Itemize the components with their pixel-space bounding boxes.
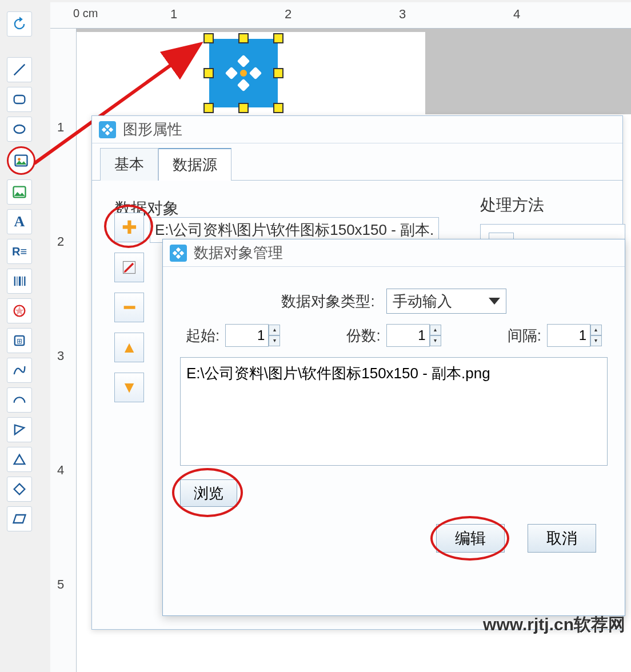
diamond-tool[interactable] bbox=[7, 477, 32, 502]
svg-rect-12 bbox=[14, 277, 15, 286]
app-icon bbox=[99, 121, 116, 138]
svg-rect-16 bbox=[24, 277, 25, 286]
spin-up[interactable]: ▴ bbox=[269, 325, 280, 335]
svg-rect-21 bbox=[102, 127, 106, 131]
resize-handle[interactable] bbox=[203, 103, 214, 113]
dialog-title: 图形属性 bbox=[123, 119, 182, 139]
rich-text-tool[interactable]: R≡ bbox=[7, 239, 32, 264]
resize-handle[interactable] bbox=[273, 33, 283, 43]
arc-tool[interactable] bbox=[7, 387, 32, 413]
spin-up[interactable]: ▴ bbox=[590, 325, 602, 335]
add-object-button[interactable]: ✚ bbox=[114, 213, 144, 242]
type-label: 数据对象类型: bbox=[281, 291, 374, 311]
svg-line-6 bbox=[14, 65, 25, 75]
watermark: www.rjtj.cn软荐网 bbox=[483, 613, 625, 637]
edit-button[interactable]: 编辑 bbox=[436, 524, 505, 553]
svg-rect-28 bbox=[176, 254, 181, 258]
ruler-horizontal: 0 cm 1 2 3 4 bbox=[50, 2, 631, 29]
text-tool[interactable]: A bbox=[7, 209, 32, 234]
svg-rect-25 bbox=[176, 247, 181, 252]
barcode-tool[interactable] bbox=[7, 269, 32, 294]
refresh-tool[interactable] bbox=[7, 11, 32, 37]
interval-label: 间隔: bbox=[508, 326, 541, 346]
ruler-vertical: 1 2 3 4 5 bbox=[50, 29, 77, 672]
move-up-button[interactable]: ▲ bbox=[114, 333, 144, 362]
remove-object-button[interactable]: ━ bbox=[114, 293, 144, 322]
tab-basic[interactable]: 基本 bbox=[100, 148, 158, 181]
ruler-unit: 0 cm bbox=[73, 7, 98, 20]
svg-rect-15 bbox=[22, 277, 23, 286]
start-input[interactable]: ▴▾ bbox=[225, 324, 280, 347]
resize-handle[interactable] bbox=[238, 103, 249, 113]
image-tool[interactable] bbox=[7, 146, 35, 175]
svg-rect-7 bbox=[14, 95, 25, 103]
cancel-button[interactable]: 取消 bbox=[528, 524, 596, 553]
spin-down[interactable]: ▾ bbox=[590, 335, 602, 346]
type-select[interactable]: 手动输入 bbox=[386, 289, 506, 314]
curve-tool[interactable] bbox=[7, 358, 32, 383]
svg-rect-20 bbox=[105, 124, 110, 129]
svg-rect-1 bbox=[225, 67, 238, 80]
svg-point-8 bbox=[14, 125, 25, 133]
svg-rect-3 bbox=[237, 79, 250, 92]
triangle-tool[interactable] bbox=[7, 447, 32, 472]
browse-button[interactable]: 浏览 bbox=[180, 479, 237, 507]
spin-down[interactable]: ▾ bbox=[430, 335, 441, 346]
copies-input[interactable]: ▴▾ bbox=[386, 324, 441, 347]
start-label: 起始: bbox=[186, 326, 219, 346]
svg-text:⊞: ⊞ bbox=[17, 337, 22, 345]
svg-rect-26 bbox=[173, 250, 177, 255]
tabs: 基本 数据源 bbox=[100, 148, 622, 181]
selected-image-object[interactable] bbox=[209, 39, 278, 107]
ellipse-tool[interactable] bbox=[7, 117, 32, 142]
content-textarea[interactable] bbox=[180, 357, 608, 466]
svg-rect-2 bbox=[249, 67, 262, 80]
parallelogram-tool[interactable] bbox=[7, 506, 32, 531]
move-down-button[interactable]: ▼ bbox=[114, 373, 144, 402]
svg-rect-14 bbox=[19, 277, 21, 286]
svg-rect-22 bbox=[109, 127, 113, 131]
copies-label: 份数: bbox=[346, 326, 380, 346]
svg-point-4 bbox=[240, 70, 247, 77]
tab-datasource[interactable]: 数据源 bbox=[158, 148, 231, 181]
resize-handle[interactable] bbox=[203, 68, 214, 78]
chevron-down-icon bbox=[489, 298, 500, 305]
svg-rect-27 bbox=[179, 250, 184, 255]
dialog2-titlebar[interactable]: 数据对象管理 bbox=[163, 239, 625, 267]
dialog-titlebar[interactable]: 图形属性 bbox=[92, 116, 622, 143]
app-icon bbox=[170, 245, 187, 262]
resize-handle[interactable] bbox=[273, 103, 283, 113]
shape-tool-a[interactable] bbox=[7, 298, 32, 323]
processing-label: 处理方法 bbox=[480, 194, 625, 216]
interval-input[interactable]: ▴▾ bbox=[547, 324, 602, 347]
svg-rect-23 bbox=[105, 130, 110, 135]
image-icon bbox=[209, 39, 278, 107]
resize-handle[interactable] bbox=[238, 33, 249, 43]
svg-point-10 bbox=[18, 158, 21, 161]
data-object-manager-dialog: 数据对象管理 数据对象类型: 手动输入 起始: ▴▾ 份数: ▴▾ 间隔: ▴▾ bbox=[162, 239, 625, 616]
data-object-buttons: ✚ ━ ▲ ▼ bbox=[114, 213, 146, 402]
edit-object-button[interactable] bbox=[114, 253, 144, 282]
resize-handle[interactable] bbox=[273, 68, 283, 78]
tools-toolbar: A R≡ ⊞ bbox=[7, 11, 33, 531]
dialog2-title: 数据对象管理 bbox=[194, 243, 283, 263]
svg-rect-13 bbox=[17, 277, 17, 286]
svg-rect-0 bbox=[237, 55, 250, 68]
shape-tool-b[interactable]: ⊞ bbox=[7, 328, 32, 353]
type-value: 手动输入 bbox=[393, 291, 452, 311]
resize-handle[interactable] bbox=[203, 33, 214, 43]
spin-down[interactable]: ▾ bbox=[269, 335, 280, 346]
polygon-tool[interactable] bbox=[7, 417, 32, 442]
line-tool[interactable] bbox=[7, 57, 32, 82]
spin-up[interactable]: ▴ bbox=[430, 325, 441, 335]
image-link-tool[interactable] bbox=[7, 179, 32, 205]
rounded-rect-tool[interactable] bbox=[7, 87, 32, 112]
